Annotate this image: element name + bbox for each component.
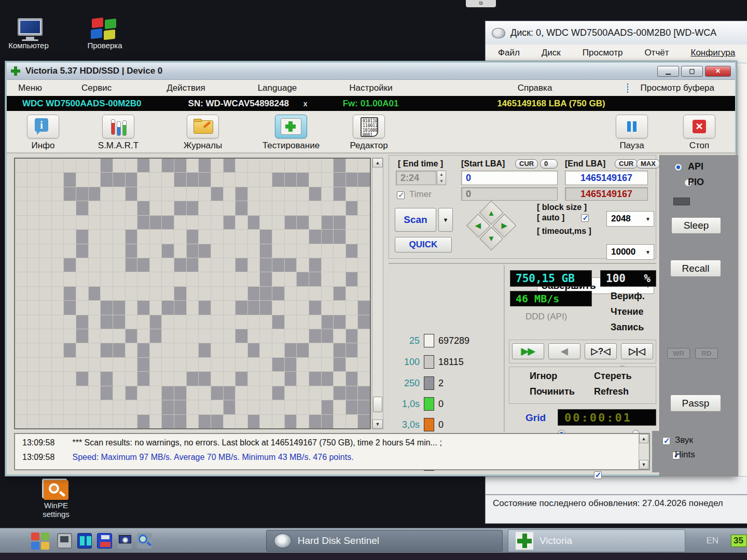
map-block <box>358 201 370 215</box>
map-block <box>64 187 76 201</box>
timeout-dropdown[interactable]: 10000 <box>606 244 654 260</box>
map-block <box>137 372 149 385</box>
hds-menu-view[interactable]: Просмотр <box>578 48 627 58</box>
scan-dropdown-arrow[interactable]: ▼ <box>438 208 453 232</box>
map-block <box>39 244 51 258</box>
quicklaunch-media-icon[interactable] <box>117 533 132 549</box>
toolbar-smart-button[interactable]: S.M.A.R.T <box>87 115 149 151</box>
log-scrollbar[interactable]: ▲ ▼ <box>639 434 649 469</box>
map-block <box>211 329 223 343</box>
scan-block-map <box>14 158 371 429</box>
start-lba-cur-button[interactable]: CUR <box>515 159 538 169</box>
map-scrollbar[interactable]: ▲ ▼ <box>372 158 383 429</box>
log-scroll-down[interactable]: ▼ <box>639 460 648 469</box>
desktop-icon-label: Компьютер <box>0 41 60 50</box>
play-forward-button[interactable]: ▶▶ <box>512 343 544 359</box>
wr-button[interactable]: WR <box>667 348 690 359</box>
side-panel: API PIO Sleep Recall WR RD Passp <box>659 155 738 477</box>
api-radio[interactable] <box>674 163 682 171</box>
menu-language[interactable]: Language <box>254 83 301 93</box>
map-block <box>322 372 334 385</box>
sound-label: Звук <box>675 435 693 445</box>
end-lba-max-button[interactable]: MAX <box>637 159 660 169</box>
menu-service[interactable]: Сервис <box>77 83 116 93</box>
map-block <box>346 372 358 385</box>
map-block <box>187 315 199 329</box>
scan-button[interactable]: Scan <box>395 208 436 232</box>
menu-help[interactable]: Справка <box>514 83 557 93</box>
start-lba-zero-button[interactable]: 0 <box>540 159 558 169</box>
grid-checkbox[interactable] <box>594 471 602 479</box>
hds-menu-file[interactable]: Файл <box>494 48 524 58</box>
map-block <box>89 329 101 343</box>
hds-menu-report[interactable]: Отчёт <box>640 48 673 58</box>
rd-button[interactable]: RD <box>695 348 718 359</box>
tray-language-indicator[interactable]: EN <box>706 536 718 546</box>
menu-settings[interactable]: Настройки <box>345 83 396 93</box>
taskbar-hds-button[interactable]: Hard Disk Sentinel <box>266 530 503 552</box>
passp-button[interactable]: Passp <box>670 395 721 412</box>
hamburger-icon <box>623 82 632 94</box>
start-lba-input[interactable]: 0 <box>461 171 558 185</box>
scroll-up-arrow[interactable]: ▲ <box>372 158 383 167</box>
sound-checkbox[interactable] <box>662 437 670 445</box>
map-block <box>248 358 260 371</box>
map-block <box>322 415 334 428</box>
log-scroll-up[interactable]: ▲ <box>639 434 648 443</box>
block-size-dropdown[interactable]: 2048 <box>606 211 654 227</box>
map-block <box>113 258 125 272</box>
quick-button[interactable]: QUICK <box>395 237 452 253</box>
seek-end-button[interactable]: ▷|◁ <box>621 343 653 359</box>
map-block <box>236 400 247 414</box>
map-block <box>187 230 199 243</box>
map-block <box>211 173 223 186</box>
end-lba-input[interactable]: 1465149167 <box>565 171 648 185</box>
map-block <box>76 173 88 186</box>
quicklaunch-save-icon[interactable] <box>97 533 112 549</box>
toolbar-editor-button[interactable]: 010110 110011 101000 0001 Редактор <box>338 115 400 151</box>
menu-actions[interactable]: Действия <box>162 83 209 93</box>
toolbar-logs-button[interactable]: Журналы <box>172 115 234 151</box>
auto-checkbox[interactable] <box>581 214 589 222</box>
map-block <box>76 216 88 229</box>
hds-titlebar[interactable]: Диск: 0, WDC WD7500AADS-00M2B0 [WD-WCA <box>486 21 747 45</box>
device-tab-close[interactable]: x <box>303 100 308 108</box>
map-block <box>76 187 88 201</box>
maximize-button[interactable]: ▢ <box>681 66 703 77</box>
quicklaunch-search-icon[interactable] <box>137 533 151 549</box>
map-block <box>334 287 345 300</box>
start-button[interactable] <box>30 531 50 550</box>
map-block <box>346 301 358 314</box>
recall-button[interactable]: Recall <box>670 260 721 277</box>
menu-menu[interactable]: Меню <box>14 83 46 93</box>
play-back-button[interactable]: ◀ <box>548 343 580 359</box>
scroll-down-arrow[interactable]: ▼ <box>372 419 383 429</box>
close-button[interactable]: ✕ <box>705 66 731 77</box>
log-entry: 13:09:58 *** Scan results: no warnings, … <box>22 438 442 447</box>
quicklaunch-files-icon[interactable] <box>77 533 92 549</box>
minimize-button[interactable]: ▁ <box>657 66 679 77</box>
hds-menu-config[interactable]: Конфигура <box>687 48 740 58</box>
quicklaunch-computer-icon[interactable] <box>57 533 72 549</box>
hds-menu-disk[interactable]: Диск <box>537 48 565 58</box>
toolbar-test-button[interactable]: Тестирование <box>255 115 327 151</box>
desktop-icon-proverka[interactable]: Проверка <box>74 18 136 50</box>
seek-question-button[interactable]: ▷?◁ <box>585 343 617 359</box>
toolbar-info-button[interactable]: i Инфо <box>12 115 74 151</box>
buffer-view-button[interactable]: Просмотр буфера <box>619 82 723 94</box>
end-lba-cur-button[interactable]: CUR <box>615 159 638 169</box>
toolbar-stop-button[interactable]: ✕ Стоп <box>668 115 730 151</box>
toolbar-pause-button[interactable]: Пауза <box>601 115 663 151</box>
end-time-input[interactable]: 2:24 <box>396 171 436 185</box>
timer-checkbox[interactable] <box>397 191 405 199</box>
tray-temperature-badge[interactable]: 35 <box>731 535 747 547</box>
scrollbar-thumb[interactable] <box>373 397 382 412</box>
taskbar-victoria-button[interactable]: Victoria <box>508 529 685 552</box>
map-block <box>52 372 64 385</box>
sleep-button[interactable]: Sleep <box>671 217 721 234</box>
victoria-titlebar[interactable]: Victoria 5.37 HDD/SSD | Device 0 ▁ ▢ ✕ <box>7 63 735 80</box>
desktop-icon-winpe-settings[interactable]: WinPE settings <box>25 478 87 519</box>
end-time-spinner[interactable]: ▲▼ <box>437 171 446 185</box>
map-block <box>297 315 309 329</box>
desktop-icon-computer[interactable]: Компьютер <box>0 18 60 50</box>
